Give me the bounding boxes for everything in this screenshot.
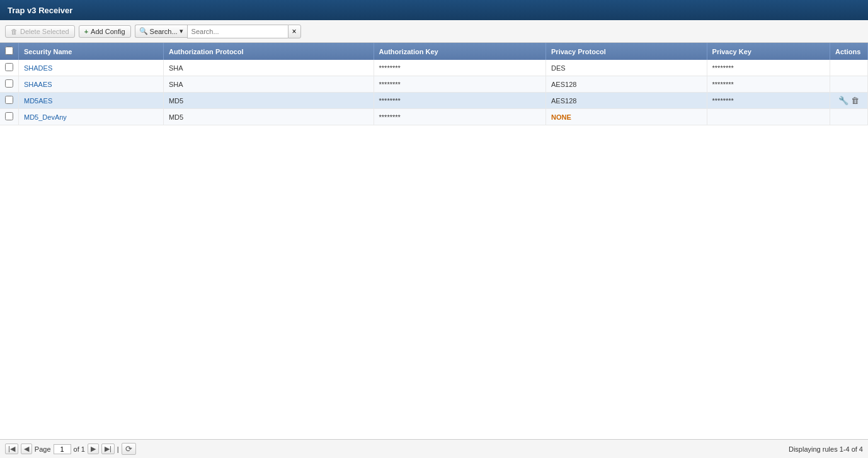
header-checkbox[interactable] — [0, 43, 19, 60]
row-checkbox[interactable] — [5, 112, 13, 120]
privacy-protocol-cell: NONE — [546, 109, 707, 125]
toolbar: 🗑 Delete Selected + Add Config 🔍 Search.… — [0, 20, 868, 43]
search-input[interactable] — [187, 25, 288, 38]
clear-icon: × — [292, 27, 297, 36]
row-checkbox[interactable] — [5, 96, 13, 104]
header-security-name: Security Name — [19, 43, 164, 60]
header-auth-key: Authorization Key — [374, 43, 545, 60]
footer: |◀ ◀ Page of 1 ▶ ▶| | ⟳ Displaying rules… — [0, 439, 868, 458]
header-privacy-protocol: Privacy Protocol — [546, 43, 707, 60]
auth-key-cell: ******** — [374, 76, 545, 93]
table-row: SHADESSHA********DES******** — [0, 60, 868, 76]
privacy-key-cell: ******** — [707, 76, 830, 93]
actions-cell — [830, 109, 868, 125]
page-input[interactable] — [54, 444, 71, 454]
add-label: Add Config — [91, 28, 125, 35]
app-title: Trap v3 Receiver — [8, 6, 72, 15]
delete-row-icon[interactable]: 🗑 — [851, 96, 859, 105]
auth-protocol-cell: MD5 — [163, 109, 374, 125]
separator: | — [117, 445, 119, 453]
privacy-key-cell: ******** — [707, 60, 830, 76]
status-text: Displaying rules 1-4 of 4 — [789, 445, 863, 453]
plus-icon: + — [84, 28, 88, 35]
security-table: Security Name Authorization Protocol Aut… — [0, 43, 868, 125]
auth-protocol-cell: SHA — [163, 76, 374, 93]
search-icon: 🔍 — [139, 27, 148, 35]
edit-icon[interactable]: 🔧 — [838, 96, 848, 105]
row-checkbox[interactable] — [5, 63, 13, 71]
next-page-button[interactable]: ▶ — [88, 444, 99, 454]
auth-protocol-cell: SHA — [163, 60, 374, 76]
delete-icon: 🗑 — [11, 28, 18, 35]
table-row: MD5AESMD5********AES128********🔧🗑 — [0, 93, 868, 109]
last-page-button[interactable]: ▶| — [101, 444, 115, 454]
privacy-protocol-cell: DES — [546, 60, 707, 76]
of-label: of 1 — [74, 445, 85, 453]
page-label: Page — [35, 445, 51, 453]
title-bar: Trap v3 Receiver — [0, 0, 868, 20]
header-auth-protocol: Authorization Protocol — [163, 43, 374, 60]
search-dropdown-label: Search... — [150, 28, 178, 35]
footer-pagination: |◀ ◀ Page of 1 ▶ ▶| | ⟳ — [5, 443, 136, 455]
privacy-key-cell: ******** — [707, 93, 830, 109]
row-checkbox-cell — [0, 60, 19, 76]
header-actions: Actions — [830, 43, 868, 60]
actions-cell — [830, 60, 868, 76]
first-page-button[interactable]: |◀ — [5, 444, 18, 454]
table-header-row: Security Name Authorization Protocol Aut… — [0, 43, 868, 60]
privacy-protocol-cell: AES128 — [546, 93, 707, 109]
prev-page-button[interactable]: ◀ — [21, 444, 32, 454]
delete-selected-button[interactable]: 🗑 Delete Selected — [5, 25, 75, 38]
refresh-button[interactable]: ⟳ — [122, 443, 136, 455]
privacy-protocol-cell: AES128 — [546, 76, 707, 93]
action-icons-container: 🔧🗑 — [835, 96, 862, 105]
auth-key-cell: ******** — [374, 60, 545, 76]
row-checkbox[interactable] — [5, 79, 13, 88]
search-dropdown-button[interactable]: 🔍 Search... ▾ — [135, 25, 187, 38]
table-body: SHADESSHA********DES********SHAAESSHA***… — [0, 60, 868, 125]
table-row: MD5_DevAnyMD5********NONE — [0, 109, 868, 125]
security-name-cell: SHAAES — [19, 76, 164, 93]
search-container: 🔍 Search... ▾ × — [135, 25, 301, 38]
actions-cell — [830, 76, 868, 93]
security-name-cell: MD5_DevAny — [19, 109, 164, 125]
auth-key-cell: ******** — [374, 109, 545, 125]
add-config-button[interactable]: + Add Config — [79, 25, 131, 38]
actions-cell: 🔧🗑 — [830, 93, 868, 109]
main-content: Security Name Authorization Protocol Aut… — [0, 43, 868, 439]
security-name-cell: SHADES — [19, 60, 164, 76]
delete-label: Delete Selected — [20, 28, 69, 35]
select-all-checkbox[interactable] — [5, 47, 13, 55]
security-name-cell: MD5AES — [19, 93, 164, 109]
row-checkbox-cell — [0, 76, 19, 93]
auth-key-cell: ******** — [374, 93, 545, 109]
privacy-key-cell — [707, 109, 830, 125]
auth-protocol-cell: MD5 — [163, 93, 374, 109]
row-checkbox-cell — [0, 93, 19, 109]
table-row: SHAAESSHA********AES128******** — [0, 76, 868, 93]
row-checkbox-cell — [0, 109, 19, 125]
chevron-down-icon: ▾ — [180, 27, 183, 35]
search-clear-button[interactable]: × — [288, 25, 301, 38]
footer-status: Displaying rules 1-4 of 4 — [789, 445, 863, 453]
header-privacy-key: Privacy Key — [707, 43, 830, 60]
